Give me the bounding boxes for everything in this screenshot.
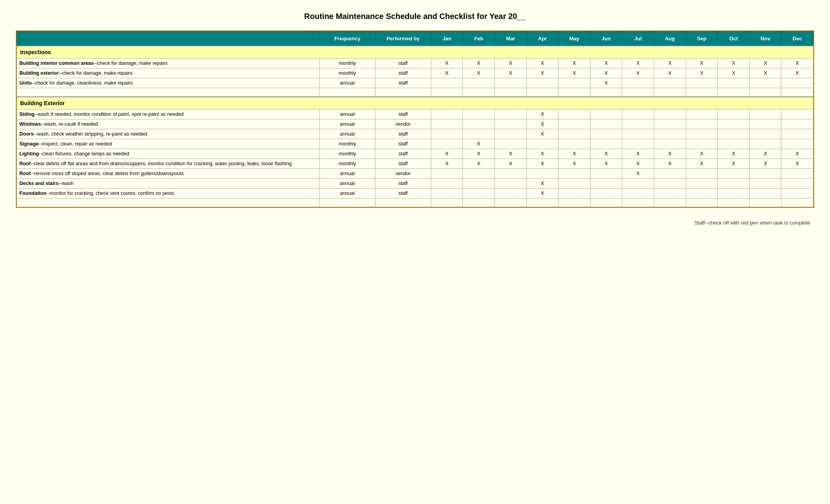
page-wrapper: Routine Maintenance Schedule and Checkli… — [16, 12, 814, 226]
month-cell-aug — [654, 88, 686, 97]
frequency-cell: monthly — [319, 139, 375, 149]
month-cell-apr: X — [526, 178, 558, 188]
month-cell-aug — [654, 168, 686, 178]
month-cell-oct — [718, 178, 750, 188]
performed-by-cell: staff — [375, 159, 431, 168]
month-cell-nov — [749, 78, 781, 88]
month-cell-dec: X — [781, 68, 813, 78]
month-cell-sep — [686, 178, 718, 188]
month-cell-oct — [718, 109, 750, 119]
table-header-row: Frequency Performed by Jan Feb Mar Apr M… — [17, 32, 813, 46]
month-cell-feb: X — [463, 149, 495, 159]
month-cell-jan — [431, 168, 463, 178]
table-row: Doors--wash, check weather stripping, re… — [17, 129, 813, 139]
month-cell-oct — [718, 129, 750, 139]
month-cell-feb — [463, 78, 495, 88]
month-cell-jul — [622, 88, 654, 97]
month-cell-aug — [654, 198, 686, 207]
month-cell-feb — [463, 109, 495, 119]
month-cell-dec — [781, 119, 813, 129]
month-cell-feb: X — [463, 139, 495, 149]
month-cell-may — [558, 188, 590, 198]
month-cell-jun — [590, 139, 622, 149]
table-row: Building exterior--check for damage, mak… — [17, 68, 813, 78]
month-cell-jun — [590, 129, 622, 139]
table-row: Lighting--clean fixtures, change lamps a… — [17, 149, 813, 159]
month-cell-oct: X — [718, 59, 750, 68]
frequency-cell: annual — [319, 188, 375, 198]
month-cell-feb — [463, 188, 495, 198]
performed-by-cell: vendor — [375, 119, 431, 129]
month-cell-jul: X — [622, 159, 654, 168]
month-cell-jul — [622, 198, 654, 207]
month-cell-may — [558, 109, 590, 119]
month-cell-mar — [495, 119, 527, 129]
month-cell-aug: X — [654, 59, 686, 68]
month-cell-may: X — [558, 59, 590, 68]
month-cell-jun: X — [590, 59, 622, 68]
performed-by-cell — [375, 198, 431, 207]
empty-row — [17, 198, 813, 207]
task-cell: Doors--wash, check weather stripping, re… — [17, 129, 320, 139]
month-cell-jul: X — [622, 149, 654, 159]
month-cell-jan — [431, 119, 463, 129]
frequency-cell: monthly — [319, 68, 375, 78]
performed-by-cell: staff — [375, 178, 431, 188]
month-cell-apr — [526, 139, 558, 149]
month-cell-mar — [495, 88, 527, 97]
table-row: Roof--remove moss off sloped areas, clea… — [17, 168, 813, 178]
month-cell-apr: X — [526, 109, 558, 119]
month-cell-sep — [686, 188, 718, 198]
month-cell-apr: X — [526, 129, 558, 139]
month-cell-mar — [495, 188, 527, 198]
category-row: Building Exterior — [17, 97, 813, 109]
month-cell-jun — [590, 188, 622, 198]
month-cell-aug — [654, 129, 686, 139]
table-row: Building interior common areas--check fo… — [17, 59, 813, 68]
month-cell-feb — [463, 119, 495, 129]
month-cell-nov: X — [749, 149, 781, 159]
month-cell-dec — [781, 88, 813, 97]
month-cell-jan: X — [431, 159, 463, 168]
month-cell-jun: X — [590, 78, 622, 88]
performed-by-cell: staff — [375, 109, 431, 119]
month-cell-dec: X — [781, 59, 813, 68]
task-cell: Windows--wash, re-caulk if needed — [17, 119, 320, 129]
month-cell-jan — [431, 188, 463, 198]
table-row: Windows--wash, re-caulk if neededannualv… — [17, 119, 813, 129]
month-cell-apr: X — [526, 159, 558, 168]
category-label: Inspections — [17, 46, 813, 59]
month-cell-apr — [526, 168, 558, 178]
month-cell-aug: X — [654, 68, 686, 78]
month-cell-jan: X — [431, 149, 463, 159]
performed-by-cell: staff — [375, 129, 431, 139]
performed-by-cell: staff — [375, 188, 431, 198]
table-row: Signage--inspect, clean, repair as neede… — [17, 139, 813, 149]
task-cell: Roof--clear debris off flat areas and fr… — [17, 159, 320, 168]
month-cell-jul — [622, 129, 654, 139]
month-cell-dec: X — [781, 159, 813, 168]
month-cell-aug — [654, 178, 686, 188]
month-cell-sep — [686, 109, 718, 119]
month-cell-nov: X — [749, 59, 781, 68]
task-cell — [17, 198, 320, 207]
month-cell-sep — [686, 88, 718, 97]
performed-by-cell: staff — [375, 139, 431, 149]
month-cell-nov: X — [749, 159, 781, 168]
col-header-mar: Mar — [495, 32, 527, 46]
month-cell-sep — [686, 168, 718, 178]
month-cell-oct — [718, 188, 750, 198]
month-cell-feb: X — [463, 59, 495, 68]
col-header-apr: Apr — [526, 32, 558, 46]
month-cell-nov — [749, 139, 781, 149]
col-header-jan: Jan — [431, 32, 463, 46]
month-cell-sep — [686, 78, 718, 88]
month-cell-sep: X — [686, 59, 718, 68]
month-cell-jan: X — [431, 68, 463, 78]
frequency-cell: monthly — [319, 159, 375, 168]
col-header-nov: Nov — [749, 32, 781, 46]
col-header-jun: Jun — [590, 32, 622, 46]
month-cell-nov — [749, 129, 781, 139]
task-cell: Building exterior--check for damage, mak… — [17, 68, 320, 78]
month-cell-dec — [781, 139, 813, 149]
